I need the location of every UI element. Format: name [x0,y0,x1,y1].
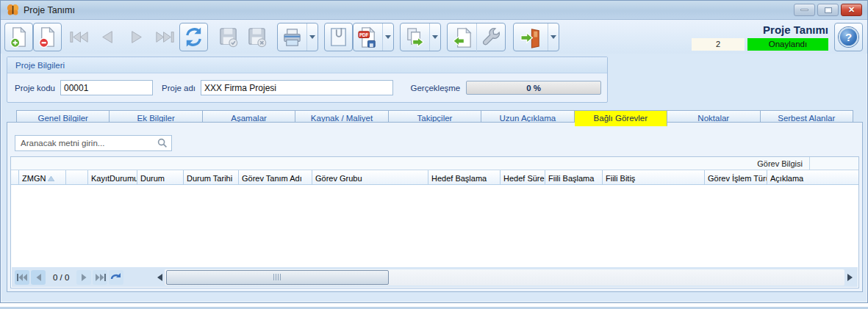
copy-record-dropdown[interactable] [429,23,440,51]
scroll-right-button[interactable] [844,270,855,285]
save-button[interactable] [214,23,243,51]
close-button[interactable]: ✕ [841,4,862,16]
project-info-group-title: Proje Bilgileri [7,57,607,73]
print-dropdown[interactable] [306,23,318,51]
save-icon [217,26,240,48]
status-badge: Onaylandı [747,38,828,51]
pager-count: 0 / 0 [53,273,69,282]
window-title: Proje Tanımı [24,5,794,15]
print-button-group [277,23,318,51]
help-button[interactable]: ? [834,23,863,51]
print-button[interactable] [278,23,306,52]
exit-dropdown[interactable] [548,23,559,51]
close-icon: ✕ [848,6,855,14]
delete-record-button[interactable] [33,23,62,51]
column-header-durum-tarihi[interactable]: Durum Tarihi [184,170,239,184]
save-cancel-icon [245,26,268,48]
pdf-icon: PDF [356,26,379,49]
pager-next-button[interactable] [76,270,91,285]
export-pdf-dropdown[interactable] [382,23,393,51]
column-header-hedef-sure[interactable]: Hedef Süre [501,170,545,184]
first-record-button[interactable] [65,23,93,51]
help-icon: ? [839,27,858,47]
project-code-label: Proje kodu [15,84,55,92]
refresh-icon [182,26,205,48]
column-header-durum[interactable]: Durum [137,170,184,184]
project-code-input[interactable] [60,80,153,95]
scroll-left-button[interactable] [154,270,165,285]
horizontal-scrollbar [154,269,855,286]
column-header-gorev-grubu[interactable]: Görev Grubu [312,170,428,184]
column-label: Durum Tarihi [187,174,232,183]
paperclip-document-icon [327,26,350,48]
tab-bagli-gorevler[interactable]: Bağlı Görevler [575,110,667,126]
maximize-button[interactable] [817,4,839,16]
previous-record-button[interactable] [93,23,122,51]
chevron-down-icon [385,35,391,39]
pager-previous-button[interactable] [31,270,46,285]
scrollbar-track[interactable] [165,269,844,286]
new-record-button[interactable] [4,23,33,51]
pager-last-icon [95,273,106,282]
column-label: Hedef Başlama [431,174,487,183]
app-butterfly-icon [7,4,19,16]
copy-record-button[interactable] [401,23,429,52]
import-record-button[interactable] [448,23,476,52]
import-options-group [447,23,506,51]
column-label: Hedef Süre [503,174,545,183]
minimize-button[interactable] [794,4,815,16]
export-pdf-button[interactable]: PDF [354,23,382,52]
app-window: Proje Tanımı ✕ [0,0,868,303]
column-header-fiili-baslama[interactable]: Fiili Başlama [545,170,603,184]
exit-button[interactable] [514,23,548,52]
pager-last-button[interactable] [93,270,107,285]
project-name-label: Proje adı [162,84,196,92]
column-header-empty[interactable] [66,170,88,184]
scrollbar-thumb[interactable] [166,270,389,285]
pager-first-button[interactable] [15,270,29,285]
next-record-button[interactable] [122,23,151,51]
column-header-aciklama[interactable]: Açıklama [767,170,858,184]
column-label: Açıklama [770,174,803,183]
column-header-hedef-baslama[interactable]: Hedef Başlama [428,170,501,184]
options-button[interactable] [476,23,505,52]
export-pdf-button-group: PDF [353,23,394,51]
column-header-gorev-islem-turu[interactable]: Görev İşlem Türü [705,170,767,184]
copy-document-icon [403,26,426,49]
project-info-group: Proje Bilgileri Proje kodu Proje adı Ger… [7,57,608,103]
save-cancel-button[interactable] [243,23,271,51]
column-header-gorev-tanim-adi[interactable]: Görev Tanım Adı [239,170,312,184]
project-name-input[interactable] [201,80,393,95]
pager-previous-icon [35,273,42,282]
last-record-button[interactable] [151,23,179,51]
maximize-icon [825,7,832,13]
search-input[interactable] [19,138,157,148]
first-record-icon [68,26,90,48]
column-header-zmgn[interactable]: ZMGN [19,170,66,184]
pager-next-icon [81,273,87,282]
progress-bar: 0 % [466,81,601,95]
import-document-icon [451,26,473,49]
grid-pager: 0 / 0 [12,267,858,287]
tab-label: Bağlı Görevler [594,114,648,123]
tab-content-panel: Görev Bilgisi ZMGN KayıtDurumu Durum Dur… [7,122,863,292]
refresh-button[interactable] [179,23,208,51]
record-number: 2 [692,38,745,51]
column-header-kayitdurumu[interactable]: KayıtDurumu [88,170,137,184]
pager-refresh-button[interactable] [109,270,123,285]
column-header-fiili-bitis[interactable]: Fiili Bitiş [603,170,705,184]
band-title: Görev Bilgisi [757,159,803,168]
grid-body-empty[interactable] [11,185,858,272]
column-label: Fiili Bitiş [606,174,635,183]
grid-band-header: Görev Bilgisi [11,157,858,170]
printer-icon [281,26,304,49]
minimize-icon [800,9,808,11]
scroll-left-icon [157,274,162,281]
progress-value: 0 % [526,84,541,92]
attachment-button[interactable] [324,23,353,51]
previous-record-icon [96,26,119,48]
sort-asc-icon [48,176,54,181]
new-document-icon [7,26,30,48]
titlebar: Proje Tanımı ✕ [1,1,867,20]
next-record-icon [125,26,148,48]
